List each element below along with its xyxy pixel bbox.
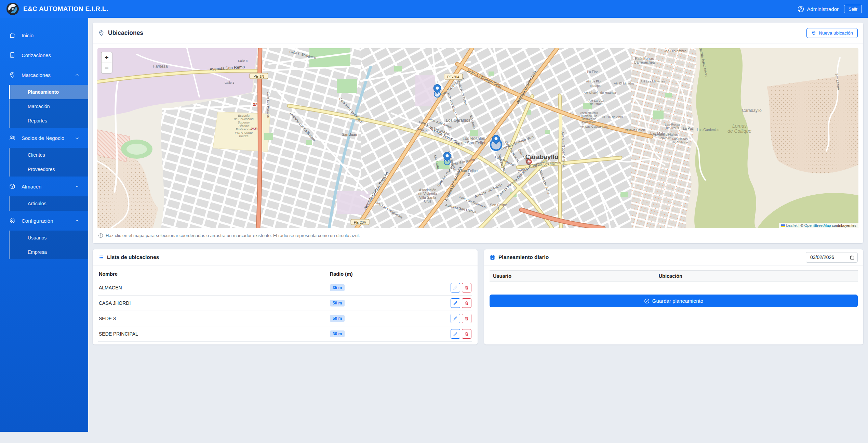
map-label: AH La Vozde Israel [589, 99, 604, 106]
sidebar-item-proveedores[interactable]: Proveedores [10, 162, 88, 177]
col-nombre: Nombre [98, 268, 329, 280]
map-label: 26B [250, 127, 257, 131]
table-row: ALMACEN 35 m [98, 280, 472, 296]
sidebar-item-socios[interactable]: Socios de Negocio [0, 128, 88, 148]
sidebar-label: Almacén [22, 184, 41, 190]
map-label: Las Rocasde Jesús [665, 122, 680, 130]
sidebar: Inicio Cotizaciones Marcaciones Planeami… [0, 18, 88, 432]
sidebar-item-clientes[interactable]: Clientes [10, 148, 88, 162]
map-label: La Paz [683, 127, 693, 130]
edit-button[interactable] [451, 314, 460, 323]
pin-icon [98, 30, 105, 36]
chevron-down-icon [75, 136, 79, 140]
save-planning-label: Guardar planeamiento [652, 298, 703, 304]
current-user: Administrador [798, 6, 839, 12]
page-title-text: Ubicaciones [108, 29, 143, 37]
sidebar-item-marcacion[interactable]: Marcación [10, 99, 88, 114]
document-icon [9, 52, 16, 58]
radius-badge: 35 m [330, 284, 345, 291]
sidebar-item-empresa[interactable]: Empresa [10, 245, 88, 259]
sidebar-item-planeamiento[interactable]: Planeamiento [10, 85, 88, 99]
svg-text:PE-1N: PE-1N [254, 74, 264, 78]
map-help-text: Haz clic en el mapa para seleccionar coo… [93, 233, 863, 243]
delete-button[interactable] [462, 329, 471, 339]
sidebar-label: Cotizaciones [22, 52, 51, 58]
planning-table: Usuario Ubicación [490, 270, 858, 282]
sidebar-item-configuracion[interactable]: Configuración [0, 211, 88, 231]
radius-badge: 50 m [330, 300, 345, 307]
date-input[interactable] [806, 252, 858, 263]
edit-button[interactable] [451, 298, 460, 308]
marcaciones-submenu: Planeamiento Marcación Reportes [9, 85, 88, 128]
sidebar-item-inicio[interactable]: Inicio [0, 25, 88, 45]
map-label: Famesa [153, 64, 168, 69]
chevron-up-icon [75, 184, 79, 189]
map-label: Los Rosalesde San Felipe [461, 136, 486, 145]
zoom-out-button[interactable]: − [102, 63, 112, 73]
locations-table: Nombre Radio (m) ALMACEN 35 m [98, 268, 472, 342]
logout-button[interactable]: Salir [844, 5, 862, 13]
people-icon [9, 134, 16, 141]
svg-text:PE-20A: PE-20A [354, 220, 366, 224]
trash-icon [464, 285, 469, 290]
zoom-in-button[interactable]: + [102, 52, 112, 63]
map-label: Las Rocasde Collique [672, 137, 688, 144]
leaflet-map[interactable]: FamesaAvenida San RemoEscuelade Educació… [97, 48, 858, 228]
map-label: AH Las Casuarinas [580, 125, 608, 128]
planeamiento-card: Planeamiento diario Usuario Ubicación [484, 249, 863, 344]
pencil-icon [453, 331, 458, 336]
col-radio: Radio (m) [329, 268, 441, 280]
edit-button[interactable] [451, 283, 460, 292]
sidebar-item-cotizaciones[interactable]: Cotizaciones [0, 45, 88, 65]
planeamiento-title-text: Planeamiento diario [498, 254, 549, 260]
brand-name: E&C AUTOMATION E.I.R.L. [23, 5, 108, 13]
col-ubicacion: Ubicación [655, 271, 858, 282]
save-planning-button[interactable]: Guardar planeamiento [490, 295, 858, 307]
edit-button[interactable] [451, 329, 460, 339]
attribution-rest: contribuyentes [831, 223, 856, 227]
route-badge: PE-20A [444, 74, 463, 79]
new-location-label: Nueva ubicación [819, 30, 853, 36]
trash-icon [464, 331, 469, 336]
sidebar-item-almacen[interactable]: Almacén [0, 177, 88, 196]
map-label: Calle 1 [225, 81, 234, 84]
map-label: AH Las Malvinas [640, 79, 665, 83]
check-circle-icon [644, 298, 650, 304]
pin-icon [811, 30, 816, 36]
sidebar-item-reportes[interactable]: Reportes [10, 114, 88, 128]
almacen-submenu: Artículos [9, 196, 88, 211]
delete-button[interactable] [462, 314, 471, 323]
map-label: AH La Flor [586, 79, 601, 83]
socios-submenu: Clientes Proveedores [9, 148, 88, 177]
radius-badge: 30 m [330, 330, 345, 337]
gear-icon [9, 217, 16, 224]
trash-icon [464, 301, 469, 305]
pencil-icon [453, 301, 458, 305]
osm-link[interactable]: OpenStreetMap [804, 223, 831, 227]
pencil-icon [453, 285, 458, 290]
map-label: Nueva Unión [625, 128, 645, 132]
person-circle-icon [798, 6, 804, 12]
radius-badge: 50 m [330, 315, 345, 322]
pencil-icon [453, 316, 458, 321]
info-circle-icon [98, 233, 103, 238]
list-icon [98, 255, 104, 260]
delete-button[interactable] [462, 283, 471, 292]
new-location-button[interactable]: Nueva ubicación [806, 28, 858, 38]
lista-title: Lista de ubicaciones [98, 254, 159, 260]
map-label: La Flor [587, 70, 598, 74]
map-attribution: Leaflet | © OpenStreetMap contribuyentes [779, 223, 858, 228]
sidebar-item-marcaciones[interactable]: Marcaciones [0, 65, 88, 85]
map-marker[interactable] [443, 152, 451, 165]
map-help-label: Haz clic en el mapa para seleccionar coo… [106, 233, 360, 238]
delete-button[interactable] [462, 298, 471, 308]
leaflet-link[interactable]: Leaflet [786, 223, 798, 227]
map-marker[interactable] [433, 84, 441, 97]
map-canvas: FamesaAvenida San RemoEscuelade Educació… [97, 48, 858, 228]
sidebar-item-articulos[interactable]: Artículos [10, 196, 88, 211]
sidebar-item-usuarios[interactable]: Usuarios [10, 231, 88, 245]
map-label: Raúl PorrasBarrenechea [634, 56, 655, 64]
map-label: 27 [253, 102, 257, 106]
map-label: Calle 8 [238, 59, 248, 63]
top-navbar: E&C AUTOMATION E.I.R.L. Administrador Sa… [0, 0, 868, 18]
